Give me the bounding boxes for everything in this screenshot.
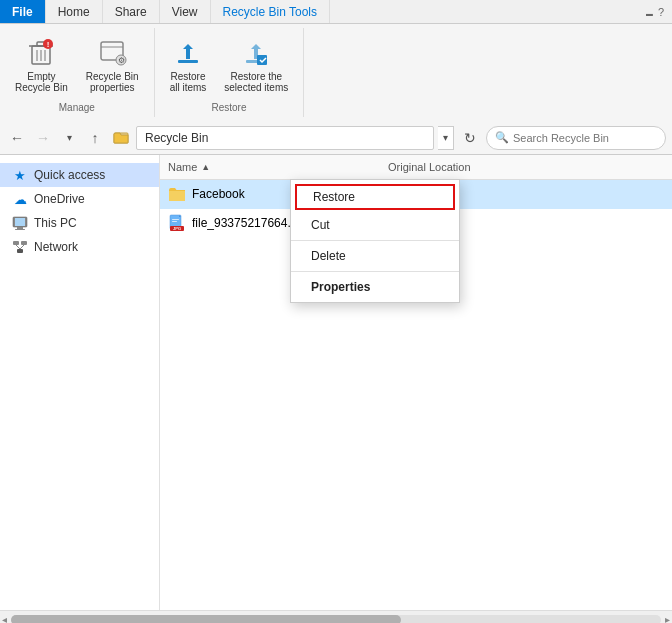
window-minimize[interactable]: 🗕 <box>644 6 655 18</box>
svg-rect-22 <box>13 241 19 245</box>
file-name-facebook: Facebook <box>192 187 245 201</box>
column-location[interactable]: Original Location <box>380 159 672 175</box>
sidebar-item-quick-access[interactable]: ★ Quick access <box>0 163 159 187</box>
svg-rect-24 <box>17 249 23 253</box>
file-list-header: Name ▲ Original Location <box>160 155 672 180</box>
svg-line-25 <box>16 245 20 249</box>
svg-rect-23 <box>21 241 27 245</box>
refresh-button[interactable]: ↻ <box>458 126 482 150</box>
context-menu-divider-1 <box>291 240 459 241</box>
ribbon-body: ! Empty Recycle Bin ⚙ Recycle Bin proper… <box>0 24 672 121</box>
tab-share[interactable]: Share <box>103 0 160 23</box>
folder-icon <box>168 185 186 203</box>
context-menu-item-properties[interactable]: Properties <box>291 274 459 300</box>
search-icon: 🔍 <box>495 131 509 144</box>
svg-line-26 <box>20 245 24 249</box>
column-name[interactable]: Name ▲ <box>160 159 380 175</box>
file-list: Name ▲ Original Location Facebook Deskto… <box>160 155 672 610</box>
tab-view[interactable]: View <box>160 0 211 23</box>
context-menu-item-cut[interactable]: Cut <box>291 212 459 238</box>
sidebar-item-this-pc[interactable]: This PC <box>0 211 159 235</box>
tab-recycle-tools[interactable]: Recycle Bin Tools <box>211 0 331 23</box>
tab-home[interactable]: Home <box>46 0 103 23</box>
address-bar: ← → ▾ ↑ Recycle Bin ▾ ↻ 🔍 <box>0 121 672 155</box>
sidebar-item-onedrive[interactable]: ☁ OneDrive <box>0 187 159 211</box>
restore-group-label: Restore <box>211 102 246 113</box>
svg-text:⚙: ⚙ <box>118 56 125 65</box>
context-menu-divider-2 <box>291 271 459 272</box>
svg-text:JPG: JPG <box>173 226 181 231</box>
search-input[interactable] <box>513 132 657 144</box>
sidebar: ★ Quick access ☁ OneDrive This PC Networ… <box>0 155 160 610</box>
jpg-icon: JPG <box>168 214 186 232</box>
forward-button[interactable]: → <box>32 127 54 149</box>
cloud-icon: ☁ <box>12 191 28 207</box>
ribbon-group-restore: Restore all items Restore the selected i… <box>155 28 305 117</box>
main-content: ★ Quick access ☁ OneDrive This PC Networ… <box>0 155 672 610</box>
svg-rect-21 <box>15 229 25 230</box>
address-dropdown[interactable]: ▾ <box>438 126 454 150</box>
context-menu-item-restore[interactable]: Restore <box>295 184 455 210</box>
bottom-scrollbar[interactable]: ◂ ▸ <box>0 610 672 623</box>
svg-rect-19 <box>15 218 25 226</box>
context-menu: Restore Cut Delete Properties <box>290 179 460 303</box>
address-path-text[interactable]: Recycle Bin <box>136 126 434 150</box>
recycle-bin-properties-button[interactable]: ⚙ Recycle Bin properties <box>79 32 146 98</box>
network-icon <box>12 239 28 255</box>
svg-rect-20 <box>17 227 23 229</box>
empty-recycle-bin-button[interactable]: ! Empty Recycle Bin <box>8 32 75 98</box>
manage-group-label: Manage <box>59 102 95 113</box>
address-path-icon <box>112 128 130 148</box>
star-icon: ★ <box>12 167 28 183</box>
window-help[interactable]: ? <box>658 6 664 18</box>
search-box[interactable]: 🔍 <box>486 126 666 150</box>
ribbon-tabs: File Home Share View Recycle Bin Tools 🗕… <box>0 0 672 24</box>
context-menu-item-delete[interactable]: Delete <box>291 243 459 269</box>
up-button[interactable]: ↑ <box>84 127 106 149</box>
sidebar-item-network[interactable]: Network <box>0 235 159 259</box>
ribbon-group-manage: ! Empty Recycle Bin ⚙ Recycle Bin proper… <box>0 28 155 117</box>
recent-button[interactable]: ▾ <box>58 127 80 149</box>
back-button[interactable]: ← <box>6 127 28 149</box>
svg-rect-16 <box>257 55 267 65</box>
sort-arrow: ▲ <box>201 162 210 172</box>
scroll-right-arrow[interactable]: ▸ <box>665 614 670 623</box>
restore-selected-button[interactable]: Restore the selected items <box>217 32 295 98</box>
tab-file[interactable]: File <box>0 0 46 23</box>
svg-rect-13 <box>178 60 198 63</box>
svg-rect-12 <box>186 49 190 59</box>
computer-icon <box>12 215 28 231</box>
svg-text:!: ! <box>47 40 50 49</box>
svg-rect-28 <box>172 219 179 220</box>
restore-all-items-button[interactable]: Restore all items <box>163 32 214 98</box>
svg-rect-29 <box>172 221 177 222</box>
scroll-left-arrow[interactable]: ◂ <box>2 614 7 623</box>
